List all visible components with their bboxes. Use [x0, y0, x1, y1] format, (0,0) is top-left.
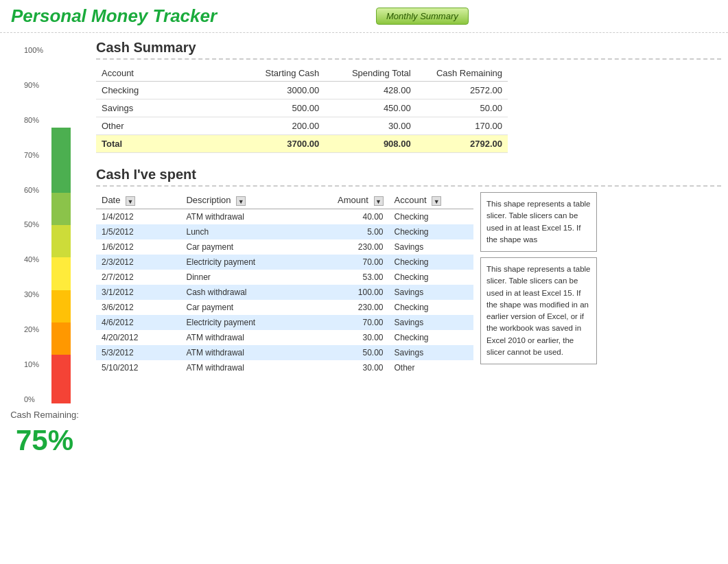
- spent-cell-account: Savings: [389, 285, 473, 300]
- summary-table-row: Checking 3000.00 428.00 2572.00: [96, 82, 508, 99]
- spent-col-amount: Amount ▼: [320, 192, 389, 209]
- spent-cell-amount: 230.00: [320, 239, 389, 255]
- gauge-segment-yellow: [51, 257, 71, 290]
- summary-cell-remaining: 170.00: [416, 117, 508, 135]
- summary-cell-starting: 500.00: [233, 99, 325, 117]
- spent-table-row: 3/6/2012 Car payment 230.00 Checking: [96, 300, 473, 315]
- gauge-label-70: 70%: [24, 152, 43, 159]
- spent-cell-date: 3/1/2012: [96, 285, 180, 300]
- spent-table-row: 1/4/2012 ATM withdrawal 40.00 Checking: [96, 209, 473, 224]
- gauge-label-40: 40%: [24, 256, 43, 263]
- spent-cell-amount: 5.00: [320, 224, 389, 239]
- summary-col-spending: Spending Total: [325, 65, 416, 82]
- spent-cell-description: ATM withdrawal: [180, 360, 319, 375]
- spent-cell-description: ATM withdrawal: [180, 330, 319, 345]
- gauge-segment-red: [51, 355, 71, 403]
- app-title: Personal Money Tracker: [11, 5, 217, 27]
- summary-cell-spending: 450.00: [325, 99, 416, 117]
- summary-col-remaining: Cash Remaining: [416, 65, 508, 82]
- spent-cell-date: 3/6/2012: [96, 300, 180, 315]
- total-starting: 3700.00: [233, 135, 325, 153]
- spent-cell-account: Checking: [389, 255, 473, 270]
- summary-cell-remaining: 50.00: [416, 99, 508, 117]
- slicer-panel: This shape represents a table slicer. Ta…: [480, 192, 597, 375]
- cash-remaining-percent: 75%: [16, 424, 73, 457]
- gauge-label-30: 30%: [24, 291, 43, 298]
- summary-col-account: Account: [96, 65, 233, 82]
- gauge-segment-amber: [51, 290, 71, 322]
- cash-remaining-label: Cash Remaining:: [10, 409, 79, 421]
- header: Personal Money Tracker Monthly Summary: [0, 0, 728, 33]
- spent-col-description: Description ▼: [180, 192, 319, 209]
- spent-table-container: Date ▼ Description ▼ Amount ▼ Account ▼ …: [96, 192, 721, 375]
- spent-cell-date: 5/10/2012: [96, 360, 180, 375]
- spent-cell-account: Checking: [389, 224, 473, 239]
- right-panel: Cash Summary Account Starting Cash Spend…: [89, 40, 728, 464]
- spent-cell-amount: 230.00: [320, 300, 389, 315]
- spent-cell-description: Car payment: [180, 300, 319, 315]
- gauge-labels: 100% 90% 80% 70% 60% 50% 40% 30% 20% 10%…: [24, 47, 43, 403]
- spent-table-row: 1/6/2012 Car payment 230.00 Savings: [96, 239, 473, 255]
- gauge-segment-orange: [51, 322, 71, 355]
- summary-cell-spending: 30.00: [325, 117, 416, 135]
- spent-cell-account: Savings: [389, 239, 473, 255]
- summary-table-row: Savings 500.00 450.00 50.00: [96, 99, 508, 117]
- spent-cell-date: 4/6/2012: [96, 315, 180, 330]
- date-filter-button[interactable]: ▼: [126, 196, 135, 206]
- summary-table-row: Other 200.00 30.00 170.00: [96, 117, 508, 135]
- spent-table: Date ▼ Description ▼ Amount ▼ Account ▼ …: [96, 192, 473, 375]
- spent-cell-date: 2/7/2012: [96, 270, 180, 285]
- gauge-bar: [51, 47, 71, 403]
- gauge-label-60: 60%: [24, 187, 43, 194]
- spent-cell-account: Checking: [389, 270, 473, 285]
- spent-section: Cash I've spent Date ▼ Description ▼ Amo…: [96, 167, 721, 375]
- spent-cell-amount: 70.00: [320, 315, 389, 330]
- spent-cell-amount: 30.00: [320, 360, 389, 375]
- spent-cell-date: 1/5/2012: [96, 224, 180, 239]
- slicer-box-2: This shape represents a table slicer. Ta…: [480, 257, 597, 364]
- spent-cell-amount: 70.00: [320, 255, 389, 270]
- spent-cell-date: 5/3/2012: [96, 345, 180, 360]
- spent-cell-description: Lunch: [180, 224, 319, 239]
- summary-cell-starting: 3000.00: [233, 82, 325, 99]
- account-filter-button[interactable]: ▼: [432, 196, 441, 206]
- summary-col-starting: Starting Cash: [233, 65, 325, 82]
- spent-cell-amount: 100.00: [320, 285, 389, 300]
- total-remaining: 2792.00: [416, 135, 508, 153]
- gauge-container: 100% 90% 80% 70% 60% 50% 40% 30% 20% 10%…: [24, 47, 65, 403]
- slicer-box-1: This shape represents a table slicer. Ta…: [480, 192, 597, 252]
- summary-cell-starting: 200.00: [233, 117, 325, 135]
- spent-cell-date: 4/20/2012: [96, 330, 180, 345]
- summary-cell-account: Other: [96, 117, 233, 135]
- cash-summary-table: Account Starting Cash Spending Total Cas…: [96, 65, 508, 153]
- spent-cell-amount: 40.00: [320, 209, 389, 224]
- description-filter-button[interactable]: ▼: [236, 196, 246, 206]
- spent-cell-date: 2/3/2012: [96, 255, 180, 270]
- spent-cell-description: Car payment: [180, 239, 319, 255]
- gauge-label-100: 100%: [24, 47, 43, 54]
- spent-table-row: 3/1/2012 Cash withdrawal 100.00 Savings: [96, 285, 473, 300]
- summary-cell-account: Checking: [96, 82, 233, 99]
- gauge-segment-lime: [51, 193, 71, 225]
- main-content: 100% 90% 80% 70% 60% 50% 40% 30% 20% 10%…: [0, 33, 728, 471]
- gauge-segment-green: [51, 128, 71, 193]
- gauge-label-80: 80%: [24, 117, 43, 124]
- spent-title: Cash I've spent: [96, 167, 721, 187]
- spent-cell-account: Savings: [389, 345, 473, 360]
- summary-cell-spending: 428.00: [325, 82, 416, 99]
- spent-col-date: Date ▼: [96, 192, 180, 209]
- spent-table-row: 1/5/2012 Lunch 5.00 Checking: [96, 224, 473, 239]
- spent-cell-description: Electricity payment: [180, 315, 319, 330]
- summary-cell-remaining: 2572.00: [416, 82, 508, 99]
- spent-cell-amount: 30.00: [320, 330, 389, 345]
- spent-table-row: 2/7/2012 Dinner 53.00 Checking: [96, 270, 473, 285]
- spent-col-account: Account ▼: [389, 192, 473, 209]
- summary-cell-account: Savings: [96, 99, 233, 117]
- amount-filter-button[interactable]: ▼: [374, 196, 384, 206]
- monthly-summary-button[interactable]: Monthly Summary: [376, 8, 469, 25]
- spent-cell-description: Dinner: [180, 270, 319, 285]
- spent-cell-account: Other: [389, 360, 473, 375]
- spent-table-row: 5/10/2012 ATM withdrawal 30.00 Other: [96, 360, 473, 375]
- summary-total-row: Total 3700.00 908.00 2792.00: [96, 135, 508, 153]
- gauge-segment-yellow-green: [51, 225, 71, 257]
